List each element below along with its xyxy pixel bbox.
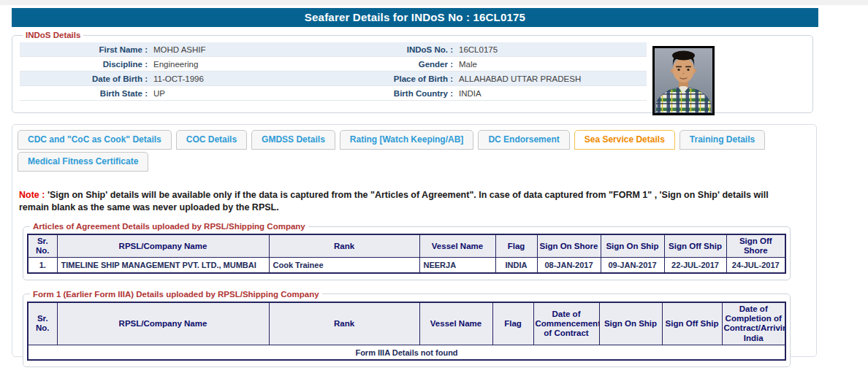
first-name-value: MOHD ASHIF — [153, 45, 369, 54]
column-header: Sign Off Ship — [664, 234, 726, 258]
indos-details-grid: First Name : MOHD ASHIF INDoS No. : 16CL… — [20, 42, 647, 101]
birth-country-value: INDIA — [458, 89, 647, 98]
table-header-row: Sr. No. RPSL/Company Name Rank Vessel Na… — [28, 302, 785, 345]
table-cell-rank: Cook Trainee — [269, 258, 419, 273]
table-cell-sign-off-ship: 22-JUL-2017 — [664, 258, 726, 273]
sign-on-ship-note: Note : 'Sign on Ship' details will be av… — [19, 189, 801, 213]
column-header: Vessel Name — [419, 234, 495, 258]
form1-details-section: Form 1 (Earlier Form IIIA) Details uploa… — [23, 290, 791, 367]
column-header: Sr. No. — [28, 302, 57, 345]
tab-row-1: CDC and "CoC as Cook" Details COC Detail… — [18, 130, 816, 150]
agreement-details-section: Articles of Agreement Details uploaded b… — [23, 222, 791, 280]
birth-state-value: UP — [153, 89, 369, 98]
note-prefix: Note : — [19, 190, 45, 200]
detail-row: First Name : MOHD ASHIF INDoS No. : 16CL… — [20, 42, 647, 57]
form1-details-legend: Form 1 (Earlier Form IIIA) Details uploa… — [30, 290, 322, 299]
birth-state-label: Birth State : — [20, 89, 153, 98]
indos-details-legend: INDoS Details — [23, 31, 83, 39]
agreement-details-table: Sr. No. RPSL/Company Name Rank Vessel Na… — [27, 234, 786, 274]
first-name-label: First Name : — [20, 45, 153, 54]
tab-sea-service-details[interactable]: Sea Service Details — [574, 130, 675, 150]
tab-medical-fitness-certificate[interactable]: Medical Fitness Certificate — [18, 152, 148, 172]
tab-coc-details[interactable]: COC Details — [176, 130, 247, 150]
date-of-birth-value: 11-OCT-1996 — [153, 74, 369, 83]
column-header: Flag — [495, 234, 537, 258]
page-title: Seafarer Details for INDoS No : 16CL0175 — [12, 8, 818, 27]
detail-row: Discipline : Engineering Gender : Male — [20, 57, 647, 72]
column-header: Sign On Shore — [537, 234, 601, 258]
gender-label: Gender : — [369, 60, 458, 69]
table-header-row: Sr. No. RPSL/Company Name Rank Vessel Na… — [28, 234, 785, 258]
seafarer-photo — [652, 46, 715, 115]
column-header: Sign Off Shore — [726, 234, 785, 258]
tab-training-details[interactable]: Training Details — [679, 130, 765, 150]
gender-value: Male — [458, 60, 647, 69]
place-of-birth-label: Place of Birth : — [369, 74, 458, 83]
column-header: RPSL/Company Name — [57, 234, 269, 258]
date-of-birth-label: Date of Birth : — [20, 74, 153, 83]
tab-cdc-coc-as-cook-details[interactable]: CDC and "CoC as Cook" Details — [18, 130, 172, 150]
table-cell-company: TIMELINE SHIP MANAGEMENT PVT. LTD., MUMB… — [57, 258, 269, 273]
column-header: Flag — [492, 302, 533, 345]
seafarer-photo-image — [655, 48, 712, 113]
form1-details-table: Sr. No. RPSL/Company Name Rank Vessel Na… — [27, 302, 786, 361]
table-cell-sign-off-shore: 24-JUL-2017 — [726, 258, 785, 273]
discipline-label: Discipline : — [20, 60, 153, 69]
agreement-details-legend: Articles of Agreement Details uploaded b… — [30, 222, 308, 231]
column-header: Rank — [269, 234, 419, 258]
column-header: Date of Completion of Contract/Arriving … — [722, 302, 785, 345]
column-header: Vessel Name — [419, 302, 492, 345]
column-header: Sign On Ship — [601, 234, 664, 258]
column-header: Sign Off Ship — [662, 302, 722, 345]
tab-row-2: Medical Fitness Certificate — [18, 152, 816, 172]
place-of-birth-value: ALLAHABAD UTTAR PRADESH — [458, 74, 647, 83]
column-header: Sign On Ship — [599, 302, 662, 345]
column-header: RPSL/Company Name — [57, 302, 269, 345]
note-body: 'Sign on Ship' details will be available… — [19, 190, 769, 212]
indos-no-value: 16CL0175 — [458, 45, 647, 54]
tab-dc-endorsement[interactable]: DC Endorsement — [478, 130, 569, 150]
table-empty-row: Form IIIA Details not found — [28, 345, 785, 360]
indos-no-label: INDoS No. : — [369, 45, 458, 54]
column-header: Sr. No. — [28, 234, 57, 258]
tab-rating-watch-keeping-ab[interactable]: Rating [Watch Keeping/AB] — [340, 130, 474, 150]
discipline-value: Engineering — [153, 60, 369, 69]
tab-gmdss-details[interactable]: GMDSS Details — [251, 130, 335, 150]
page-top-strip — [0, 0, 868, 5]
birth-country-label: Birth Country : — [369, 89, 458, 98]
indos-details-section: INDoS Details First Name : MOHD ASHIF IN… — [12, 31, 813, 113]
column-header: Rank — [269, 302, 419, 345]
column-header: Date of Commencement of Contract — [533, 302, 599, 345]
seafarer-tabs-panel: CDC and "CoC as Cook" Details COC Detail… — [12, 124, 817, 357]
detail-row: Birth State : UP Birth Country : INDIA — [20, 86, 647, 101]
table-cell-sign-on-ship: 09-JAN-2017 — [601, 258, 664, 273]
table-cell-sign-on-shore: 08-JAN-2017 — [537, 258, 601, 273]
table-row: 1. TIMELINE SHIP MANAGEMENT PVT. LTD., M… — [28, 258, 785, 273]
table-cell-vessel: NEERJA — [419, 258, 495, 273]
form3a-not-found-message: Form IIIA Details not found — [28, 345, 785, 360]
table-cell-flag: INDIA — [495, 258, 537, 273]
table-cell-sr-no: 1. — [28, 258, 57, 273]
detail-row: Date of Birth : 11-OCT-1996 Place of Bir… — [20, 72, 647, 86]
